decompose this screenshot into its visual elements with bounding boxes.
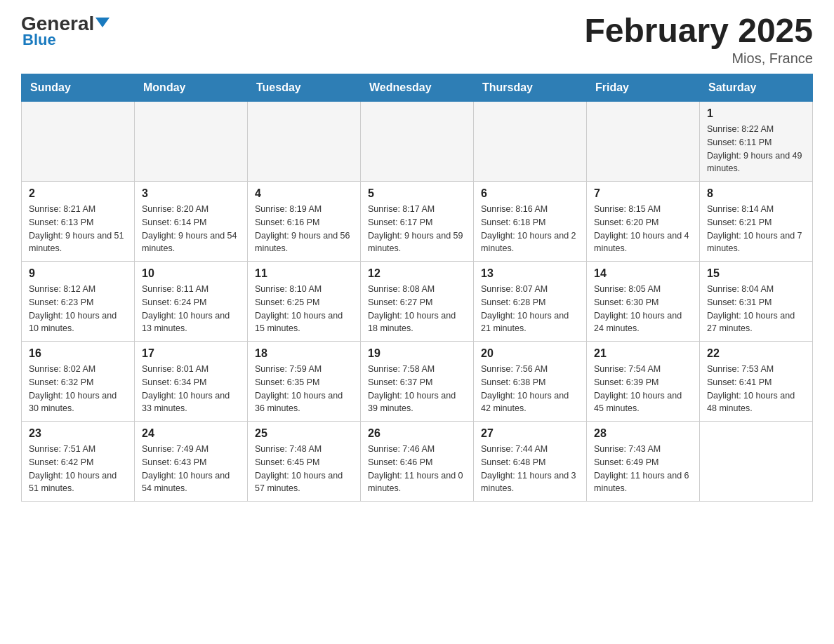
day-info: Sunrise: 8:01 AM Sunset: 6:34 PM Dayligh… [142,363,240,415]
day-cell: 23Sunrise: 7:51 AM Sunset: 6:42 PM Dayli… [22,422,135,502]
day-cell: 16Sunrise: 8:02 AM Sunset: 6:32 PM Dayli… [22,342,135,422]
day-number: 22 [707,347,805,360]
col-wednesday: Wednesday [361,74,474,102]
day-number: 24 [142,427,240,440]
logo: General Blue [21,14,110,49]
day-cell [700,422,813,502]
day-cell: 4Sunrise: 8:19 AM Sunset: 6:16 PM Daylig… [248,182,361,262]
day-cell: 17Sunrise: 8:01 AM Sunset: 6:34 PM Dayli… [135,342,248,422]
col-friday: Friday [587,74,700,102]
day-info: Sunrise: 7:54 AM Sunset: 6:39 PM Dayligh… [594,363,692,415]
col-saturday: Saturday [700,74,813,102]
week-row-1: 2Sunrise: 8:21 AM Sunset: 6:13 PM Daylig… [22,182,813,262]
day-cell: 7Sunrise: 8:15 AM Sunset: 6:20 PM Daylig… [587,182,700,262]
day-cell [135,102,248,182]
day-cell: 27Sunrise: 7:44 AM Sunset: 6:48 PM Dayli… [474,422,587,502]
day-info: Sunrise: 8:05 AM Sunset: 6:30 PM Dayligh… [594,283,692,335]
day-cell: 28Sunrise: 7:43 AM Sunset: 6:49 PM Dayli… [587,422,700,502]
day-cell: 24Sunrise: 7:49 AM Sunset: 6:43 PM Dayli… [135,422,248,502]
day-cell: 5Sunrise: 8:17 AM Sunset: 6:17 PM Daylig… [361,182,474,262]
day-number: 20 [481,347,579,360]
day-info: Sunrise: 7:51 AM Sunset: 6:42 PM Dayligh… [29,443,127,495]
day-info: Sunrise: 8:02 AM Sunset: 6:32 PM Dayligh… [29,363,127,415]
day-number: 6 [481,187,579,200]
day-number: 4 [255,187,353,200]
col-monday: Monday [135,74,248,102]
day-number: 23 [29,427,127,440]
day-cell [474,102,587,182]
title-section: February 2025 Mios, France [584,14,813,67]
day-cell: 3Sunrise: 8:20 AM Sunset: 6:14 PM Daylig… [135,182,248,262]
day-number: 5 [368,187,466,200]
day-number: 17 [142,347,240,360]
day-number: 10 [142,267,240,280]
day-number: 3 [142,187,240,200]
day-number: 18 [255,347,353,360]
calendar-header-row: Sunday Monday Tuesday Wednesday Thursday… [22,74,813,102]
day-cell: 19Sunrise: 7:58 AM Sunset: 6:37 PM Dayli… [361,342,474,422]
day-number: 11 [255,267,353,280]
day-number: 26 [368,427,466,440]
day-cell: 6Sunrise: 8:16 AM Sunset: 6:18 PM Daylig… [474,182,587,262]
day-info: Sunrise: 7:44 AM Sunset: 6:48 PM Dayligh… [481,443,579,495]
day-number: 15 [707,267,805,280]
day-info: Sunrise: 8:14 AM Sunset: 6:21 PM Dayligh… [707,203,805,255]
month-title: February 2025 [584,14,813,48]
day-info: Sunrise: 8:21 AM Sunset: 6:13 PM Dayligh… [29,203,127,255]
day-info: Sunrise: 8:15 AM Sunset: 6:20 PM Dayligh… [594,203,692,255]
day-number: 21 [594,347,692,360]
day-number: 25 [255,427,353,440]
day-cell: 21Sunrise: 7:54 AM Sunset: 6:39 PM Dayli… [587,342,700,422]
day-number: 1 [707,107,805,120]
day-cell: 11Sunrise: 8:10 AM Sunset: 6:25 PM Dayli… [248,262,361,342]
day-info: Sunrise: 7:49 AM Sunset: 6:43 PM Dayligh… [142,443,240,495]
calendar-table: Sunday Monday Tuesday Wednesday Thursday… [21,74,813,502]
week-row-3: 16Sunrise: 8:02 AM Sunset: 6:32 PM Dayli… [22,342,813,422]
day-cell: 9Sunrise: 8:12 AM Sunset: 6:23 PM Daylig… [22,262,135,342]
day-number: 19 [368,347,466,360]
day-info: Sunrise: 8:19 AM Sunset: 6:16 PM Dayligh… [255,203,353,255]
day-cell: 15Sunrise: 8:04 AM Sunset: 6:31 PM Dayli… [700,262,813,342]
col-thursday: Thursday [474,74,587,102]
day-cell: 20Sunrise: 7:56 AM Sunset: 6:38 PM Dayli… [474,342,587,422]
day-info: Sunrise: 7:59 AM Sunset: 6:35 PM Dayligh… [255,363,353,415]
day-cell: 14Sunrise: 8:05 AM Sunset: 6:30 PM Dayli… [587,262,700,342]
day-cell: 2Sunrise: 8:21 AM Sunset: 6:13 PM Daylig… [22,182,135,262]
page-header: General Blue February 2025 Mios, France [21,14,813,67]
day-cell [587,102,700,182]
day-info: Sunrise: 7:48 AM Sunset: 6:45 PM Dayligh… [255,443,353,495]
day-cell: 25Sunrise: 7:48 AM Sunset: 6:45 PM Dayli… [248,422,361,502]
day-info: Sunrise: 7:53 AM Sunset: 6:41 PM Dayligh… [707,363,805,415]
day-info: Sunrise: 7:58 AM Sunset: 6:37 PM Dayligh… [368,363,466,415]
day-info: Sunrise: 8:12 AM Sunset: 6:23 PM Dayligh… [29,283,127,335]
day-info: Sunrise: 8:22 AM Sunset: 6:11 PM Dayligh… [707,123,805,175]
logo-triangle-icon [95,18,110,27]
day-number: 9 [29,267,127,280]
day-number: 28 [594,427,692,440]
day-cell: 13Sunrise: 8:07 AM Sunset: 6:28 PM Dayli… [474,262,587,342]
day-cell: 1Sunrise: 8:22 AM Sunset: 6:11 PM Daylig… [700,102,813,182]
day-cell: 8Sunrise: 8:14 AM Sunset: 6:21 PM Daylig… [700,182,813,262]
day-info: Sunrise: 8:10 AM Sunset: 6:25 PM Dayligh… [255,283,353,335]
day-info: Sunrise: 8:16 AM Sunset: 6:18 PM Dayligh… [481,203,579,255]
col-tuesday: Tuesday [248,74,361,102]
day-cell [248,102,361,182]
col-sunday: Sunday [22,74,135,102]
day-number: 7 [594,187,692,200]
day-cell: 12Sunrise: 8:08 AM Sunset: 6:27 PM Dayli… [361,262,474,342]
day-number: 13 [481,267,579,280]
day-number: 14 [594,267,692,280]
day-number: 2 [29,187,127,200]
week-row-2: 9Sunrise: 8:12 AM Sunset: 6:23 PM Daylig… [22,262,813,342]
day-cell [22,102,135,182]
day-info: Sunrise: 8:17 AM Sunset: 6:17 PM Dayligh… [368,203,466,255]
day-info: Sunrise: 8:08 AM Sunset: 6:27 PM Dayligh… [368,283,466,335]
day-info: Sunrise: 7:46 AM Sunset: 6:46 PM Dayligh… [368,443,466,495]
week-row-4: 23Sunrise: 7:51 AM Sunset: 6:42 PM Dayli… [22,422,813,502]
day-info: Sunrise: 7:56 AM Sunset: 6:38 PM Dayligh… [481,363,579,415]
location: Mios, France [584,51,813,67]
day-number: 8 [707,187,805,200]
day-cell: 26Sunrise: 7:46 AM Sunset: 6:46 PM Dayli… [361,422,474,502]
week-row-0: 1Sunrise: 8:22 AM Sunset: 6:11 PM Daylig… [22,102,813,182]
day-cell: 22Sunrise: 7:53 AM Sunset: 6:41 PM Dayli… [700,342,813,422]
